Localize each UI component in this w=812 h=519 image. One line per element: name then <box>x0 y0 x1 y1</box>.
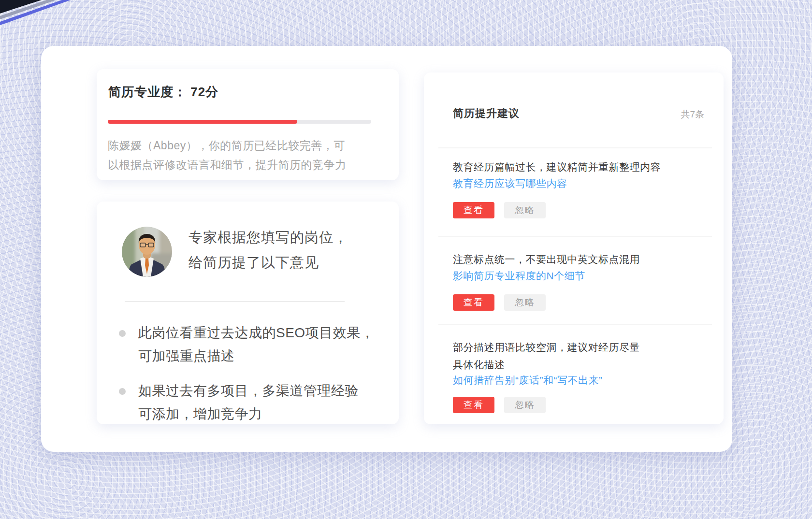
suggestions-count-badge: 共7条 <box>681 108 704 121</box>
expert-comment-card: 专家根据您填写的岗位， 给简历提了以下意见 此岗位看重过去达成的SEO项目效果，… <box>97 202 399 424</box>
score-title: 简历专业度： 72分 <box>108 84 218 101</box>
suggestions-card: 简历提升建议 共7条 教育经历篇幅过长，建议精简并重新整理内容 教育经历应该写哪… <box>424 72 724 424</box>
ignore-button[interactable]: 忽略 <box>504 294 546 311</box>
advice-item: 如果过去有多项目，多渠道管理经验 可添加，增加竞争力 <box>138 379 385 426</box>
suggestions-title: 简历提升建议 <box>453 106 520 121</box>
bullet-dot <box>119 388 126 395</box>
bullet-dot <box>119 330 126 337</box>
expert-avatar <box>122 227 172 277</box>
expert-avatar-image <box>122 227 172 277</box>
score-description: 陈媛媛（Abbey），你的简历已经比较完善，可 以根据点评修改语言和细节，提升简… <box>108 136 386 174</box>
view-button[interactable]: 查看 <box>453 397 494 413</box>
score-progress-fill <box>108 120 297 124</box>
suggestion-link[interactable]: 如何措辞告别“废话”和“写不出来” <box>453 374 602 387</box>
suggestion-link[interactable]: 教育经历应该写哪些内容 <box>453 177 567 190</box>
ignore-button[interactable]: 忽略 <box>504 202 546 218</box>
suggestion-text: 注意标点统一，不要出现中英文标点混用 <box>453 251 704 268</box>
resume-score-card: 简历专业度： 72分 陈媛媛（Abbey），你的简历已经比较完善，可 以根据点评… <box>97 69 399 180</box>
ignore-button[interactable]: 忽略 <box>504 397 546 413</box>
suggestion-text: 部分描述用语比较空洞，建议对经历尽量 具体化描述 <box>453 339 704 374</box>
divider <box>125 301 345 302</box>
divider <box>438 324 712 325</box>
view-button[interactable]: 查看 <box>453 294 494 311</box>
score-progress-track <box>108 120 371 124</box>
suggestion-link[interactable]: 影响简历专业程度的N个细节 <box>453 269 585 283</box>
suggestion-text: 教育经历篇幅过长，建议精简并重新整理内容 <box>453 159 704 176</box>
main-panel: 简历专业度： 72分 陈媛媛（Abbey），你的简历已经比较完善，可 以根据点评… <box>41 46 732 452</box>
divider <box>438 147 712 148</box>
view-button[interactable]: 查看 <box>453 202 494 218</box>
page: { "colors": { "accent_red": "#f4453f", "… <box>0 0 812 519</box>
advice-item: 此岗位看重过去达成的SEO项目效果， 可加强重点描述 <box>138 321 385 368</box>
divider <box>438 236 712 237</box>
expert-intro-text: 专家根据您填写的岗位， 给简历提了以下意见 <box>188 225 348 275</box>
